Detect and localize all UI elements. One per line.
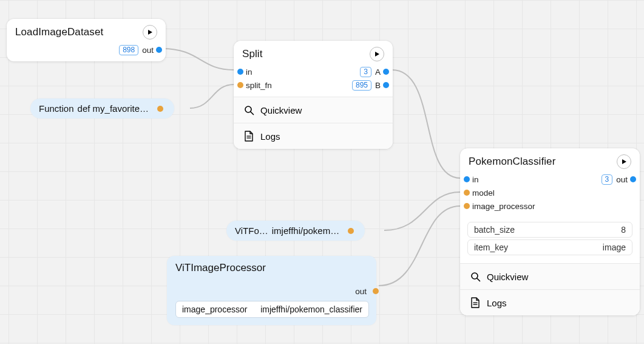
port-count-badge: 898 bbox=[119, 45, 138, 55]
param-key: item_key bbox=[474, 243, 508, 252]
port-dot[interactable] bbox=[464, 203, 470, 209]
node-title: PokemonClassifier bbox=[469, 156, 555, 168]
port-dot[interactable] bbox=[373, 288, 379, 294]
logs-button[interactable]: Logs bbox=[234, 123, 393, 149]
port-label: in bbox=[472, 175, 479, 184]
node-pokemonclassifier[interactable]: PokemonClassifier in model image_process… bbox=[460, 148, 640, 315]
port-dot[interactable] bbox=[383, 82, 389, 88]
param-value: 8 bbox=[621, 225, 626, 235]
port-count-badge: 3 bbox=[360, 67, 371, 77]
port-dot[interactable] bbox=[157, 106, 163, 112]
quickview-button[interactable]: Quickview bbox=[234, 97, 393, 123]
port-in[interactable]: in bbox=[241, 65, 272, 78]
port-out[interactable]: 898 out bbox=[14, 43, 158, 57]
node-title: ViTImageProcessor bbox=[175, 262, 369, 274]
run-button[interactable] bbox=[370, 47, 384, 61]
pill-type: ViTFo… bbox=[235, 225, 268, 236]
param-batch-size[interactable]: batch_size 8 bbox=[467, 222, 632, 238]
quickview-button[interactable]: Quickview bbox=[460, 264, 640, 289]
param-key: batch_size bbox=[474, 225, 515, 235]
param-value: imjeffhi/pokemon_classifier bbox=[260, 304, 362, 314]
svg-marker-0 bbox=[148, 30, 152, 35]
quickview-label: Quickview bbox=[260, 105, 302, 115]
pill-vitfo[interactable]: ViTFo… imjeffhi/pokem… bbox=[226, 221, 365, 241]
node-loadimagedataset[interactable]: LoadImageDataset 898 out bbox=[7, 19, 166, 61]
node-split[interactable]: Split in split_fn 3 A bbox=[234, 41, 393, 149]
param-key: image_processor bbox=[182, 304, 247, 314]
port-dot[interactable] bbox=[237, 82, 243, 88]
port-model[interactable]: model bbox=[467, 186, 535, 199]
port-b[interactable]: 895 B bbox=[352, 78, 385, 92]
play-icon bbox=[621, 159, 627, 165]
port-label: out bbox=[355, 287, 367, 296]
port-dot[interactable] bbox=[383, 69, 389, 75]
port-image-processor[interactable]: image_processor bbox=[467, 199, 535, 213]
port-dot[interactable] bbox=[156, 47, 162, 53]
file-icon bbox=[470, 297, 481, 308]
play-icon bbox=[374, 51, 380, 57]
search-icon bbox=[243, 105, 254, 115]
run-button[interactable] bbox=[143, 25, 157, 40]
port-a[interactable]: 3 A bbox=[352, 65, 385, 78]
port-dot[interactable] bbox=[348, 228, 354, 234]
node-canvas[interactable]: { "nodes": { "loadImage": { "title": "Lo… bbox=[0, 0, 644, 344]
search-icon bbox=[470, 271, 481, 282]
node-vitimageprocessor[interactable]: ViTImageProcessor out image_processor im… bbox=[167, 256, 376, 325]
node-title: Split bbox=[242, 48, 263, 60]
port-dot[interactable] bbox=[237, 69, 243, 75]
port-label: out bbox=[142, 46, 154, 55]
param-item-key[interactable]: item_key image bbox=[467, 239, 632, 255]
port-label: in bbox=[246, 67, 253, 77]
port-dot[interactable] bbox=[630, 176, 636, 182]
port-split-fn[interactable]: split_fn bbox=[241, 78, 272, 92]
port-count-badge: 3 bbox=[602, 174, 613, 185]
param-image-processor[interactable]: image_processor imjeffhi/pokemon_classif… bbox=[175, 301, 369, 318]
port-count-badge: 895 bbox=[352, 80, 371, 91]
logs-label: Logs bbox=[260, 131, 280, 142]
run-button[interactable] bbox=[617, 154, 631, 169]
svg-marker-6 bbox=[622, 159, 626, 164]
svg-marker-1 bbox=[375, 52, 379, 57]
port-label: image_processor bbox=[472, 202, 535, 211]
port-in[interactable]: in bbox=[467, 173, 535, 186]
port-dot[interactable] bbox=[464, 176, 470, 182]
pill-function[interactable]: Function def my_favorite… bbox=[30, 98, 174, 119]
node-title: LoadImageDataset bbox=[15, 26, 103, 38]
quickview-label: Quickview bbox=[487, 272, 528, 282]
port-label: B bbox=[375, 81, 381, 90]
port-out[interactable]: out bbox=[175, 285, 369, 297]
svg-line-8 bbox=[477, 278, 480, 281]
pill-text: def my_favorite… bbox=[78, 103, 149, 114]
port-label: A bbox=[375, 67, 381, 77]
port-dot[interactable] bbox=[464, 190, 470, 196]
logs-label: Logs bbox=[487, 298, 507, 308]
port-label: model bbox=[472, 188, 495, 198]
file-icon bbox=[243, 131, 254, 142]
svg-line-3 bbox=[251, 112, 254, 115]
logs-button[interactable]: Logs bbox=[460, 290, 640, 315]
port-label: out bbox=[616, 175, 628, 184]
pill-text: imjeffhi/pokem… bbox=[272, 225, 339, 236]
pill-type: Function bbox=[39, 103, 74, 114]
play-icon bbox=[147, 29, 153, 35]
port-out[interactable]: 3 out bbox=[602, 173, 632, 186]
param-value: image bbox=[603, 243, 626, 252]
port-label: split_fn bbox=[246, 81, 272, 90]
